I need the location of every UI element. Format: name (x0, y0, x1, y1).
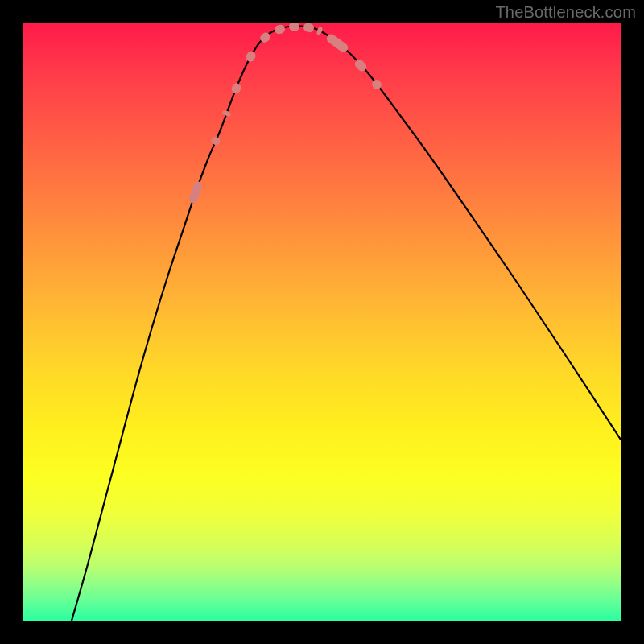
highlight-pill (303, 23, 316, 33)
curve-layer (23, 23, 621, 621)
watermark-text: TheBottleneck.com (495, 3, 636, 22)
highlight-pill (289, 23, 299, 31)
highlight-pill (245, 50, 258, 64)
chart-frame: TheBottleneck.com (0, 0, 644, 644)
highlight-pill (316, 26, 324, 35)
highlight-pill (188, 180, 204, 204)
highlight-segment-bottom (230, 23, 324, 95)
highlight-pill (325, 32, 350, 54)
highlight-pill (274, 23, 287, 35)
plot-area (23, 23, 621, 621)
bottleneck-curve (72, 26, 621, 621)
highlight-pill (210, 135, 221, 147)
highlight-segment-right (325, 32, 383, 91)
highlight-pill (230, 82, 242, 95)
